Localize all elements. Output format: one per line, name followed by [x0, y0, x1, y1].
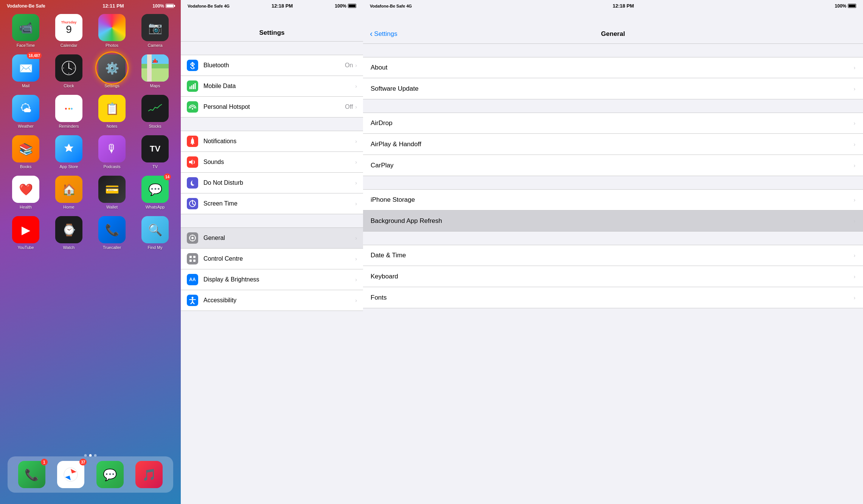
dock-music[interactable]: 🎵: [135, 461, 163, 488]
app-appstore[interactable]: App Store: [51, 135, 87, 169]
general-row-carplay[interactable]: CarPlay ›: [363, 155, 863, 176]
screentime-label: Screen Time: [203, 200, 355, 207]
app-facetime[interactable]: 📹 FaceTime: [8, 14, 44, 48]
app-icon-notes: 📋: [98, 95, 126, 122]
general-section-2: AirDrop › AirPlay & Handoff › CarPlay ›: [363, 113, 863, 176]
background-refresh-chevron: ›: [854, 218, 855, 224]
settings-row-general[interactable]: General ›: [181, 227, 363, 249]
about-label: About: [371, 64, 854, 71]
app-notes[interactable]: 📋 Notes: [94, 95, 130, 128]
app-grid: 📹 FaceTime Thursday 9 Calendar Photos 📷 …: [0, 10, 181, 254]
bluetooth-chevron: ›: [355, 62, 357, 68]
back-to-settings[interactable]: ‹ Settings: [370, 29, 415, 39]
hotspot-icon: [187, 101, 198, 113]
carrier-home: Vodafone-Be Safe: [7, 3, 45, 9]
airdrop-label: AirDrop: [371, 119, 854, 127]
app-findmy[interactable]: 🔍 Find My: [137, 216, 173, 250]
settings-row-mobiledata[interactable]: Mobile Data ›: [181, 76, 363, 97]
app-podcasts[interactable]: 🎙 Podcasts: [94, 135, 130, 169]
settings-row-bluetooth[interactable]: Bluetooth On ›: [181, 55, 363, 76]
svg-point-7: [74, 68, 75, 68]
airdrop-chevron: ›: [854, 120, 855, 126]
battery-icon-general: [848, 4, 856, 8]
app-youtube[interactable]: ▶ YouTube: [8, 216, 44, 250]
app-clock[interactable]: Clock: [51, 54, 87, 88]
app-stocks[interactable]: Stocks: [137, 95, 173, 128]
dock-icon-messages: 💬: [96, 461, 124, 488]
app-label-home: Home: [63, 205, 74, 209]
svg-point-28: [191, 237, 194, 239]
phone-badge: 1: [41, 459, 48, 465]
accessibility-icon: [187, 295, 198, 306]
dock-icon-safari: 37: [57, 461, 84, 488]
dock-safari[interactable]: 37: [57, 461, 84, 488]
app-tv[interactable]: TV TV: [137, 135, 173, 169]
mobiledata-label: Mobile Data: [203, 83, 355, 90]
app-label-watch: Watch: [63, 245, 75, 250]
fonts-label: Fonts: [371, 294, 854, 301]
app-photos[interactable]: Photos: [94, 14, 130, 48]
app-icon-settings: ⚙️: [98, 54, 126, 82]
general-screen: Vodafone-Be Safe 4G 12:18 PM 100% ‹ Sett…: [363, 0, 863, 504]
general-row-airdrop[interactable]: AirDrop ›: [363, 113, 863, 134]
app-icon-weather: 🌤: [12, 95, 39, 122]
app-icon-appstore: [55, 135, 82, 162]
keyboard-label: Keyboard: [371, 273, 854, 280]
app-label-clock: Clock: [64, 83, 74, 88]
bluetooth-icon: [187, 60, 198, 71]
carplay-chevron: ›: [854, 162, 855, 169]
settings-row-screentime[interactable]: Screen Time ›: [181, 193, 363, 214]
app-camera[interactable]: 📷 Camera: [137, 14, 173, 48]
app-icon-findmy: 🔍: [141, 216, 169, 243]
settings-row-dnd[interactable]: Do Not Disturb ›: [181, 173, 363, 193]
general-row-iphone-storage[interactable]: iPhone Storage ›: [363, 189, 863, 210]
app-label-youtube: YouTube: [17, 245, 34, 250]
settings-row-notifications[interactable]: Notifications ›: [181, 131, 363, 152]
app-settings[interactable]: ⚙️ Settings: [94, 54, 130, 88]
app-weather[interactable]: 🌤 Weather: [8, 95, 44, 128]
hotspot-value: Off: [345, 104, 353, 110]
status-bar-home: Vodafone-Be Safe 12:11 PM 100%: [0, 0, 181, 10]
settings-row-display[interactable]: AA Display & Brightness ›: [181, 269, 363, 290]
general-label: General: [203, 235, 355, 241]
app-whatsapp[interactable]: 💬 14 WhatsApp: [137, 176, 173, 209]
general-row-fonts[interactable]: Fonts ›: [363, 287, 863, 308]
settings-row-controlcentre[interactable]: Control Centre ›: [181, 249, 363, 269]
settings-row-hotspot[interactable]: Personal Hotspot Off ›: [181, 97, 363, 117]
app-wallet[interactable]: 💳 Wallet: [94, 176, 130, 209]
carplay-label: CarPlay: [371, 162, 854, 169]
app-calendar[interactable]: Thursday 9 Calendar: [51, 14, 87, 48]
app-truecaller[interactable]: 📞 Truecaller: [94, 216, 130, 250]
general-row-background-refresh[interactable]: Background App Refresh ›: [363, 210, 863, 232]
app-icon-health: ❤️: [12, 176, 39, 203]
general-row-datetime[interactable]: Date & Time ›: [363, 245, 863, 266]
app-books[interactable]: 📚 Books: [8, 135, 44, 169]
general-section-4: Date & Time › Keyboard › Fonts ›: [363, 245, 863, 308]
settings-row-accessibility[interactable]: Accessibility ›: [181, 290, 363, 311]
app-home[interactable]: 🏠 Home: [51, 176, 87, 209]
app-health[interactable]: ❤️ Health: [8, 176, 44, 209]
safari-badge: 37: [79, 459, 87, 465]
general-row-keyboard[interactable]: Keyboard ›: [363, 266, 863, 287]
app-label-health: Health: [20, 205, 32, 209]
app-label-whatsapp: WhatsApp: [146, 205, 165, 209]
general-icon: [187, 232, 198, 244]
controlcentre-label: Control Centre: [203, 255, 355, 262]
app-mail[interactable]: ✉️ 18,487 Mail: [8, 54, 44, 88]
general-row-software-update[interactable]: Software Update ›: [363, 78, 863, 99]
dock-messages[interactable]: 💬: [96, 461, 124, 488]
general-list: About › Software Update › AirDrop › AirP…: [363, 44, 863, 308]
software-update-chevron: ›: [854, 86, 855, 92]
general-row-airplay[interactable]: AirPlay & Handoff ›: [363, 134, 863, 155]
app-label-calendar: Calendar: [61, 43, 78, 48]
app-icon-youtube: ▶: [12, 216, 39, 243]
general-row-about[interactable]: About ›: [363, 57, 863, 78]
svg-point-4: [68, 62, 69, 63]
app-reminders[interactable]: ● ● ● Reminders: [51, 95, 87, 128]
app-maps[interactable]: 280 Maps: [137, 54, 173, 88]
app-watch[interactable]: ⌚ Watch: [51, 216, 87, 250]
accessibility-chevron: ›: [355, 297, 357, 303]
fonts-chevron: ›: [854, 295, 855, 301]
dock-phone[interactable]: 📞 1: [18, 461, 45, 488]
settings-row-sounds[interactable]: Sounds ›: [181, 152, 363, 173]
